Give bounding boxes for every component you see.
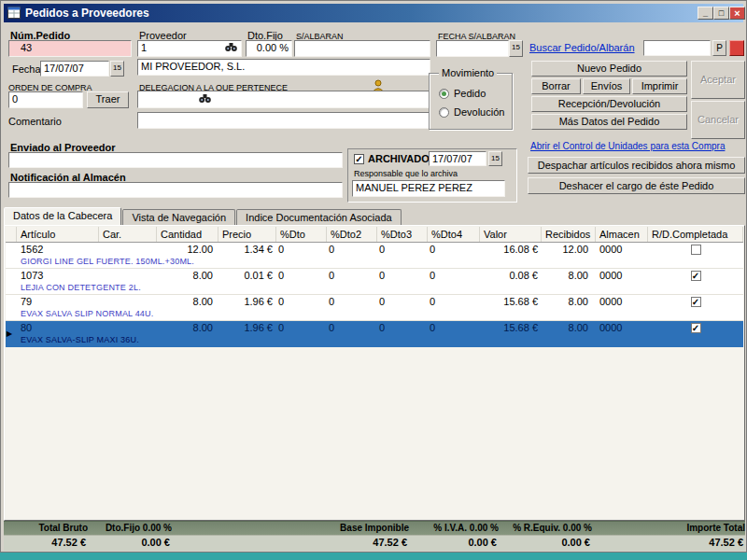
importe-total-label: Importe Total: [650, 521, 745, 535]
orden-compra-field[interactable]: 0: [8, 91, 83, 108]
cell-dto2: 0: [327, 269, 377, 282]
tab-indice-documentacion[interactable]: Indice Documentación Asociada: [236, 209, 402, 225]
comentario-label: Comentario: [8, 116, 62, 127]
calendar-button[interactable]: 15: [488, 151, 502, 166]
base-imponible: Base Imponible 47.52 €: [319, 521, 409, 551]
cancelar-button[interactable]: Cancelar: [691, 101, 745, 139]
cell-dto: 0: [276, 295, 327, 308]
enviado-field[interactable]: [8, 152, 343, 168]
cell-dto2: 0: [327, 321, 377, 334]
radio-devolucion[interactable]: [439, 107, 449, 118]
archivado-panel: ✓ ARCHIVADO 17/07/07 15 Responsable que …: [347, 148, 517, 203]
articulo-descripcion: LEJIA CON DETETGENTE 2L.: [17, 282, 743, 293]
movimiento-label: Movimiento: [439, 67, 497, 78]
responsable-field[interactable]: MANUEL PEREZ PEREZ: [352, 180, 505, 197]
cell-dto: 0: [276, 243, 327, 256]
aceptar-button[interactable]: Aceptar: [691, 61, 745, 99]
cell-cantidad: 8.00: [157, 295, 218, 308]
table-row[interactable]: ▶ 1073 8.00 0.01 € 0 0 0 0 0.08 € 8.00 0…: [6, 269, 743, 295]
cell-dto: 0: [276, 321, 327, 334]
calendar-button[interactable]: 15: [110, 61, 124, 77]
close-button[interactable]: ×: [729, 7, 745, 20]
binoculars-search-icon[interactable]: [199, 94, 211, 105]
row-indicator: ▶: [6, 321, 17, 346]
completada-checkbox[interactable]: [691, 245, 701, 255]
recepcion-devolucion-button[interactable]: Recepción/Devolución: [531, 96, 687, 112]
control-unidades-link[interactable]: Abrir el Control de Unidades para esta C…: [530, 141, 725, 151]
deshacer-button[interactable]: Deshacer el cargo de éste Pedido: [528, 177, 745, 194]
table-row[interactable]: ▶ 80 8.00 1.96 € 0 0 0 0 15.68 € 8.00 00…: [6, 321, 743, 347]
tab-datos-cabecera[interactable]: Datos de la Cabecera: [4, 207, 121, 225]
completada-checkbox[interactable]: ✓: [691, 297, 701, 307]
cell-completada: [648, 243, 743, 256]
cell-recibidos: 8.00: [542, 269, 596, 282]
header-cantidad[interactable]: Cantidad: [157, 227, 218, 242]
borrar-button[interactable]: Borrar: [531, 78, 581, 94]
imprimir-button[interactable]: Imprimir: [632, 78, 687, 94]
table-row[interactable]: ▶ 1562 12.00 1.34 € 0 0 0 0 16.08 € 12.0…: [6, 243, 743, 269]
header-recibidos[interactable]: Recibidos: [542, 227, 596, 242]
completada-checkbox[interactable]: ✓: [691, 271, 701, 281]
buscar-input[interactable]: [643, 40, 711, 56]
fecha-field[interactable]: 17/07/07: [40, 61, 109, 77]
calendar-button[interactable]: 15: [509, 40, 523, 57]
red-action-button[interactable]: [729, 40, 744, 56]
header-completada[interactable]: R/D.Completada: [648, 227, 743, 242]
tab-bar: Datos de la Cabecera Vista de Navegación…: [4, 207, 745, 225]
binoculars-search-icon[interactable]: [225, 43, 237, 54]
base-imponible-value: 47.52 €: [319, 535, 409, 551]
cell-recibidos: 8.00: [542, 321, 596, 334]
titlebar[interactable]: Pedidos a Proveedores: [4, 4, 743, 22]
buscar-pedido-link[interactable]: Buscar Pedido/Albarán: [529, 42, 635, 53]
dto-fijo-field[interactable]: 0.00 %: [246, 40, 292, 57]
app-window: Pedidos a Proveedores _ □ × Núm.Pedido 4…: [0, 0, 747, 553]
envios-button[interactable]: Envíos: [583, 78, 630, 94]
minimize-button[interactable]: _: [698, 7, 713, 20]
cell-recibidos: 12.00: [542, 243, 596, 256]
table-row[interactable]: ▶ 79 8.00 1.96 € 0 0 0 0 15.68 € 8.00 00…: [6, 295, 743, 321]
requiv-label: % R.Equiv. 0.00 %: [500, 521, 592, 535]
header-car[interactable]: Car.: [99, 227, 157, 242]
mas-datos-button[interactable]: Más Datos del Pedido: [531, 114, 687, 130]
cell-dto2: 0: [327, 243, 377, 256]
fecha-s-albaran-field[interactable]: [436, 40, 509, 57]
header-articulo[interactable]: Artículo: [17, 227, 99, 242]
delegacion-field[interactable]: [137, 91, 430, 108]
cell-dto4: 0: [428, 295, 480, 308]
cell-articulo: 79: [17, 295, 99, 308]
maximize-button[interactable]: □: [713, 7, 729, 20]
num-pedido-field[interactable]: 43: [8, 40, 132, 57]
tab-vista-navegacion[interactable]: Vista de Navegación: [122, 209, 235, 225]
archivado-checkbox[interactable]: ✓: [354, 154, 364, 164]
cell-dto4: 0: [428, 243, 480, 256]
archivado-fecha-field[interactable]: 17/07/07: [429, 151, 486, 166]
requiv-value: 0.00 €: [500, 535, 592, 551]
despachar-button[interactable]: Despachar artículos recibidos ahora mism…: [528, 157, 745, 174]
s-albaran-field[interactable]: [294, 40, 430, 57]
movimiento-group: Movimiento Pedido Devolución: [429, 73, 513, 130]
cell-dto3: 0: [377, 243, 428, 256]
proveedor-name-field[interactable]: MI PROVEEDOR, S.L.: [137, 59, 430, 76]
header-dto4[interactable]: %Dto4: [428, 227, 480, 242]
header-precio[interactable]: Precio: [218, 227, 276, 242]
iva-total: % I.V.A. 0.00 % 0.00 €: [411, 521, 499, 551]
radio-pedido[interactable]: [439, 89, 449, 99]
total-bruto: Total Bruto 47.52 €: [7, 521, 88, 551]
header-dto3[interactable]: %Dto3: [377, 227, 428, 242]
comentario-field[interactable]: [137, 112, 430, 129]
header-valor[interactable]: Valor: [480, 227, 542, 242]
articles-grid: Artículo Car. Cantidad Precio %Dto %Dto2…: [6, 227, 743, 519]
dto-fijo-total-label: Dto.Fijo 0.00 %: [90, 521, 172, 535]
nuevo-pedido-button[interactable]: Nuevo Pedido: [531, 61, 687, 77]
header-dto[interactable]: %Dto: [276, 227, 327, 242]
cell-car: [99, 243, 157, 256]
traer-button[interactable]: Traer: [87, 91, 129, 108]
cell-almacen: 0000: [596, 269, 648, 282]
header-dto2[interactable]: %Dto2: [327, 227, 377, 242]
p-button[interactable]: P: [712, 40, 726, 56]
completada-checkbox[interactable]: ✓: [691, 323, 701, 333]
header-almacen[interactable]: Almacen: [596, 227, 648, 242]
cell-dto4: 0: [428, 321, 480, 334]
notificacion-field[interactable]: [8, 182, 343, 198]
articulo-descripcion: EVAX SALVA SLIP NORMAL 44U.: [17, 308, 743, 319]
